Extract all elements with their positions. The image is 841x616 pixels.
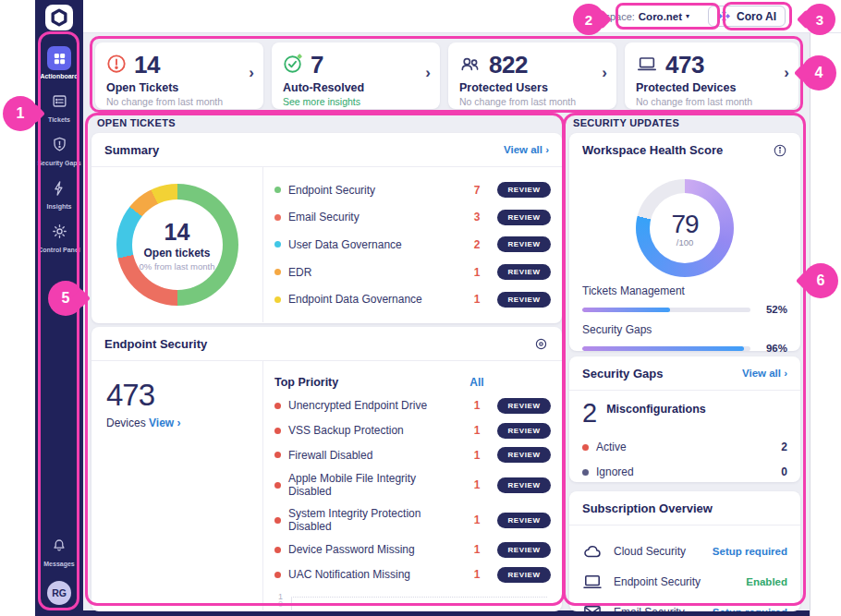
endpoint-security-card: Endpoint Security 473 Devices View › Top… xyxy=(91,327,562,611)
review-button[interactable]: REVIEW xyxy=(497,210,551,225)
review-button[interactable]: REVIEW xyxy=(497,423,551,439)
summary-card-title: Summary xyxy=(104,143,159,157)
enabled-status: Enabled xyxy=(746,576,787,587)
review-button[interactable]: REVIEW xyxy=(497,182,551,198)
category-count: 3 xyxy=(464,211,490,223)
misconfig-label: Misconfigurations xyxy=(606,403,706,416)
sidebar-item-label: Tickets xyxy=(36,116,82,125)
progress-track xyxy=(582,308,750,312)
kpi-card-open-tickets[interactable]: 14 › Open Tickets No change from last mo… xyxy=(95,42,263,109)
coro-logo[interactable] xyxy=(45,5,73,30)
security-updates-section-label: SECURITY UPDATES xyxy=(573,117,679,128)
kpi-value: 822 xyxy=(489,51,528,79)
callout-1: 1 xyxy=(3,96,38,131)
sidebar-item-security-gaps[interactable]: Security Gaps xyxy=(35,130,83,174)
priority-count: 1 xyxy=(464,543,490,556)
kpi-subtitle: No change from last month xyxy=(636,96,787,107)
sidebar-item-messages[interactable]: Messages xyxy=(35,531,83,574)
scrollbar-gutter[interactable] xyxy=(810,33,841,616)
sidebar-item-actionboard[interactable]: Actionboard xyxy=(35,42,83,87)
chevron-right-icon[interactable]: › xyxy=(784,66,789,79)
review-button[interactable]: REVIEW xyxy=(497,264,551,280)
review-button[interactable]: REVIEW xyxy=(497,567,551,583)
priority-row: UAC Notification Missing 1 REVIEW xyxy=(274,567,551,583)
priority-label: System Integrity Protection Disabled xyxy=(288,507,457,533)
coro-ai-button[interactable]: Coro AI xyxy=(708,6,786,27)
ticket-category-row: Endpoint Security 7 REVIEW xyxy=(274,182,551,198)
coro-hexagon-icon xyxy=(50,8,68,27)
ticket-category-row: EDR 1 REVIEW xyxy=(274,264,551,280)
subscription-row-endpoint: Endpoint Security Enabled xyxy=(582,574,787,590)
gear-target-icon[interactable] xyxy=(533,336,549,352)
kpi-value: 473 xyxy=(665,51,704,79)
callout-5: 5 xyxy=(48,281,83,316)
open-tickets-donut: 14 Open tickets 0% from last month xyxy=(116,184,238,306)
gaps-view-all-link[interactable]: View all › xyxy=(742,368,787,379)
health-bar: 96% xyxy=(582,343,787,354)
all-link[interactable]: All xyxy=(469,376,483,389)
category-label: Endpoint Data Governance xyxy=(288,293,457,306)
info-icon[interactable] xyxy=(773,143,787,158)
review-button[interactable]: REVIEW xyxy=(497,447,551,463)
envelope-icon xyxy=(582,604,603,611)
sidebar-item-control-panel[interactable]: Control Panel xyxy=(35,216,83,260)
kpi-card-protected-users[interactable]: 822 › Protected Users No change from las… xyxy=(448,42,616,109)
review-button[interactable]: REVIEW xyxy=(497,398,551,414)
endpoint-card-title: Endpoint Security xyxy=(104,337,207,351)
sidebar-item-tickets[interactable]: Tickets xyxy=(35,87,83,130)
laptop-icon xyxy=(636,54,658,78)
priority-count: 1 xyxy=(464,568,490,581)
callout-6: 6 xyxy=(803,263,838,298)
devices-view-link[interactable]: View › xyxy=(149,417,180,429)
mini-chart-tick-0: 0 xyxy=(278,599,283,609)
legend-dot xyxy=(274,187,281,193)
priority-count: 1 xyxy=(464,513,490,526)
subscription-overview-card: Subscription Overview Cloud Security Set… xyxy=(569,491,800,611)
kpi-card-protected-devices[interactable]: 473 › Protected Devices No change from l… xyxy=(625,42,798,109)
review-button[interactable]: REVIEW xyxy=(497,292,551,308)
review-button[interactable]: REVIEW xyxy=(497,477,551,493)
top-priority-header-row: Top Priority All xyxy=(274,376,551,389)
legend-dot xyxy=(274,296,281,303)
check-circle-icon xyxy=(283,54,303,78)
review-button[interactable]: REVIEW xyxy=(497,513,551,528)
coro-ai-diamond-icon xyxy=(717,9,731,23)
chevron-right-icon[interactable]: › xyxy=(425,66,431,79)
summary-view-all-link[interactable]: View all › xyxy=(504,144,549,155)
see-more-insights-link[interactable]: See more insights xyxy=(283,96,429,107)
category-label: Email Security xyxy=(288,211,457,223)
sidebar-item-label: Actionboard xyxy=(36,73,82,81)
priority-dot xyxy=(274,403,281,409)
chevron-right-icon[interactable]: › xyxy=(602,66,607,79)
priority-count: 1 xyxy=(464,399,490,412)
review-button[interactable]: REVIEW xyxy=(497,236,551,252)
gaps-card-title: Security Gaps xyxy=(582,367,663,380)
priority-label: Unencrypted Endpoint Drive xyxy=(288,399,457,412)
ticket-category-row: Email Security 3 REVIEW xyxy=(274,210,551,225)
open-tickets-section-label: OPEN TICKETS xyxy=(97,117,176,128)
security-gaps-card: Security Gaps View all › 2 Misconfigurat… xyxy=(569,356,800,482)
gear-icon xyxy=(49,221,69,241)
sidebar-item-insights[interactable]: Insights xyxy=(35,174,83,217)
priority-count: 1 xyxy=(464,449,490,462)
user-avatar[interactable]: RG xyxy=(47,581,71,605)
donut-label: Open tickets xyxy=(143,247,210,260)
chevron-right-icon[interactable]: › xyxy=(249,66,254,79)
category-label: EDR xyxy=(288,266,457,279)
status-dot xyxy=(582,444,589,451)
review-button[interactable]: REVIEW xyxy=(497,542,551,558)
priority-row: Unencrypted Endpoint Drive 1 REVIEW xyxy=(274,398,551,414)
setup-required-link[interactable]: Setup required xyxy=(713,546,787,557)
sidebar-item-label: Messages xyxy=(36,561,82,569)
kpi-value: 14 xyxy=(134,51,160,79)
priority-label: Device Password Missing xyxy=(288,543,457,556)
status-dot xyxy=(582,469,589,476)
kpi-card-auto-resolved[interactable]: 7 › Auto-Resolved See more insights xyxy=(272,42,440,109)
lightning-icon xyxy=(49,178,69,199)
category-count: 2 xyxy=(464,238,490,251)
setup-required-link[interactable]: Setup required xyxy=(713,607,787,611)
priority-label: Firewall Disabled xyxy=(288,449,457,462)
priority-row: Device Password Missing 1 REVIEW xyxy=(274,542,551,558)
health-bar-pct: 52% xyxy=(760,304,787,315)
priority-dot xyxy=(274,517,281,524)
